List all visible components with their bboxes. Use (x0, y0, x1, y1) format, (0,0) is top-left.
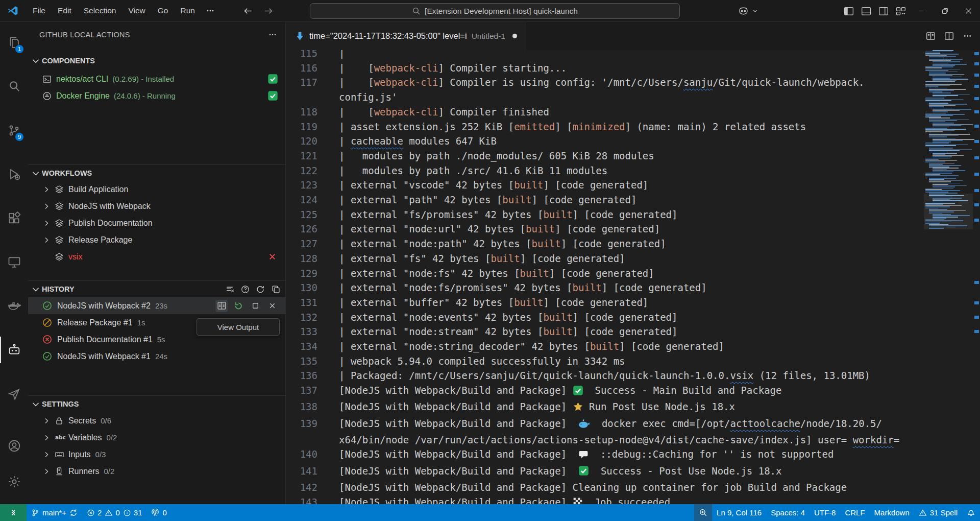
section-history[interactable]: HISTORY (28, 281, 285, 297)
sidebar-title: GITHUB LOCAL ACTIONS (39, 31, 130, 39)
split-editor-icon[interactable] (941, 29, 957, 44)
activity-item-run-and-debug[interactable] (0, 161, 28, 187)
eol-status[interactable]: CRLF (840, 504, 869, 521)
line-number: 126 (286, 222, 317, 236)
editor-actions (923, 22, 975, 50)
workflow-row[interactable]: Publish Documentation (28, 215, 285, 231)
activity-item-github-actions[interactable] (0, 381, 28, 407)
sync-icon (69, 509, 78, 517)
dismiss-icon[interactable] (266, 300, 278, 312)
menu-overflow-icon[interactable] (201, 7, 219, 15)
workflow-row[interactable]: Build Application (28, 181, 285, 198)
branch-status[interactable]: main*+ (27, 504, 82, 521)
indentation-status[interactable]: Spaces: 4 (766, 504, 810, 521)
settings-label: Variables (68, 433, 102, 442)
workflow-row[interactable]: vsix (28, 248, 285, 265)
menu-go[interactable]: Go (152, 4, 175, 18)
activity-item-search[interactable] (0, 73, 28, 100)
settings-row-runners[interactable]: Runners0/2 (28, 463, 285, 480)
activity-item-accounts[interactable] (0, 433, 28, 459)
problems-status[interactable]: 2 0 31 (82, 504, 146, 521)
menu-file[interactable]: File (27, 4, 52, 18)
modified-dot-icon[interactable] (512, 34, 517, 38)
activity-item-explorer[interactable]: 1 (0, 29, 28, 56)
minimize-button[interactable] (910, 0, 933, 22)
menu-selection[interactable]: Selection (78, 4, 122, 18)
restore-button[interactable] (933, 0, 957, 22)
view-output-icon[interactable] (215, 300, 228, 312)
history-row[interactable]: NodeJS with Webpack #223s (28, 297, 285, 314)
encoding-status[interactable]: UTF-8 (810, 504, 841, 521)
activity-item-github-local-actions[interactable] (0, 337, 28, 363)
spell-checker-status[interactable]: 31 Spell (914, 504, 962, 521)
go-back-icon[interactable] (243, 6, 253, 16)
cursor-position-status[interactable]: Ln 9, Col 116 (712, 504, 766, 521)
workflow-row[interactable]: Release Package (28, 231, 285, 248)
flag-emoji-icon (573, 496, 583, 504)
clear-history-icon[interactable] (224, 283, 235, 295)
editor-content[interactable]: 115|116| [webpack-cli] Compiler starting… (286, 50, 980, 504)
section-components[interactable]: COMPONENTS (28, 51, 285, 70)
line-text: | external "node:path" 42 bytes [built] … (339, 236, 666, 251)
stop-icon[interactable] (249, 300, 261, 312)
line-text: | [webpack-cli] Compiler finished (339, 105, 549, 120)
line-number: 143 (286, 495, 317, 504)
workflow-row[interactable]: NodeJS with Webpack (28, 198, 285, 215)
notifications-bell[interactable] (962, 504, 980, 521)
activity-item-remote-explorer[interactable] (0, 249, 28, 275)
restart-icon[interactable] (232, 300, 244, 312)
toggle-secondary-sidebar-icon[interactable] (875, 4, 892, 19)
menu-view[interactable]: View (122, 4, 151, 18)
component-row[interactable]: Docker Engine(24.0.6) - Running (28, 87, 285, 104)
code-line: 128| external "fs" 42 bytes [built] [cod… (286, 251, 919, 266)
toggle-panel-icon[interactable] (857, 4, 875, 19)
minimap-viewport[interactable] (924, 194, 973, 229)
activity-bar: 19 (0, 22, 28, 504)
settings-row-variables[interactable]: abcVariables0/2 (28, 429, 285, 446)
customize-layout-icon[interactable] (892, 4, 910, 19)
line-text: | external "node:fs/promises" 42 bytes [… (339, 280, 707, 295)
code-line: 115| (286, 50, 919, 61)
menu-run[interactable]: Run (174, 4, 201, 18)
component-row[interactable]: nektos/act CLI(0.2.69) - Installed (28, 70, 285, 87)
activity-item-source-control[interactable]: 9 (0, 117, 28, 144)
menu-edit[interactable]: Edit (52, 4, 78, 18)
open-editors-icon[interactable] (270, 283, 281, 295)
ports-status[interactable]: 0 (146, 504, 171, 521)
command-center-search[interactable]: [Extension Development Host] quick-launc… (310, 3, 680, 19)
tab-untitled-log[interactable]: time="2024-11-17T18:32:43-05:00" level=i… (286, 22, 526, 50)
more-actions-icon[interactable] (960, 29, 975, 44)
code-line: 124| external "path" 42 bytes [built] [c… (286, 193, 919, 207)
line-text: [NodeJS with Webpack/Build and Package] … (339, 416, 882, 433)
settings-row-inputs[interactable]: Inputs0/3 (28, 446, 285, 463)
copilot-icon[interactable] (734, 4, 752, 19)
zoom-in-icon (699, 508, 707, 517)
editor-zoom-status[interactable] (694, 504, 712, 521)
minimap[interactable] (924, 50, 973, 504)
activity-item-docker[interactable] (0, 293, 28, 319)
settings-row-secrets[interactable]: Secrets0/6 (28, 412, 285, 429)
line-text: | modules by path ./src/ 41.6 KiB 11 mod… (339, 163, 607, 178)
line-text: | modules by path ./node_modules/ 605 Ki… (339, 149, 654, 163)
close-window-button[interactable] (957, 0, 980, 22)
chevron-right-icon (42, 451, 51, 459)
delete-workflow-icon[interactable] (266, 251, 278, 263)
remote-indicator[interactable] (0, 504, 27, 521)
history-row[interactable]: NodeJS with Webpack #124s (28, 348, 285, 365)
section-workflows[interactable]: WORKFLOWS (28, 165, 285, 181)
line-text: | external "node:string_decoder" 42 byte… (339, 339, 724, 354)
section-settings[interactable]: SETTINGS (28, 396, 285, 412)
view-more-actions-icon[interactable] (267, 29, 278, 40)
radio-tower-icon (151, 509, 159, 517)
language-mode-status[interactable]: Markdown (870, 504, 914, 521)
markdown-preview-icon[interactable] (923, 29, 938, 44)
help-icon[interactable] (239, 283, 251, 295)
copilot-chevron-icon[interactable] (752, 8, 758, 14)
activity-item-extensions[interactable] (0, 205, 28, 231)
go-forward-icon[interactable] (264, 6, 274, 16)
toggle-primary-sidebar-icon[interactable] (840, 4, 857, 19)
history-duration: 5s (157, 335, 165, 344)
diagnostic-mark (974, 156, 979, 159)
activity-item-manage[interactable] (0, 468, 28, 495)
refresh-icon[interactable] (255, 283, 266, 295)
